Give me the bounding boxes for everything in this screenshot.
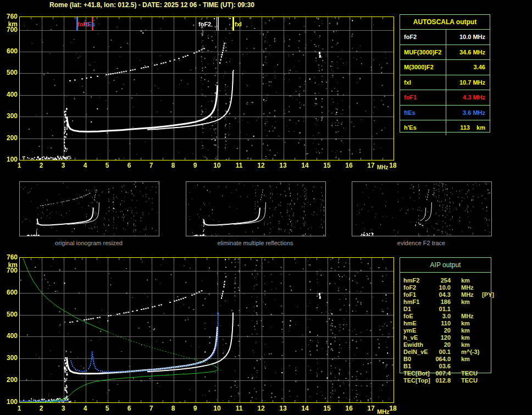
autoscala-row-label: foF1 <box>400 94 446 101</box>
aip-row-unit: km <box>461 320 481 327</box>
aip-row-val: 186 <box>432 298 451 306</box>
aip-row-unit: km <box>461 298 481 306</box>
x-tick-label: 8 <box>167 162 180 169</box>
x-tick-label: 11 <box>232 405 246 412</box>
aip-row-lab: TEC[Bot] <box>400 370 432 377</box>
thumbnail-original-caption: original ionogram resized <box>19 240 158 246</box>
thumbnail-original-canvas <box>19 181 159 236</box>
aip-row-unit <box>461 306 481 313</box>
aip-output-table: AIP output hmF2254kmfoF210.0MHzfoF104.3M… <box>400 257 491 373</box>
x-tick-label: 3 <box>57 405 70 412</box>
aip-row-note: [PY] <box>482 291 494 298</box>
aip-row-foF2: foF210.0MHz <box>400 284 491 291</box>
autoscala-row-label: ftEs <box>400 109 446 116</box>
thumbnail-eliminate-reflections: eliminate multiple reflections <box>186 181 326 246</box>
thumbnail-eliminate-caption: eliminate multiple reflections <box>186 240 325 246</box>
x-tick-label: 6 <box>123 405 136 412</box>
aip-row-unit: km <box>461 341 481 348</box>
y-tick-label: 400 <box>0 332 18 340</box>
thumbnail-eliminate-canvas <box>186 181 326 236</box>
aip-row-unit: km <box>461 334 481 341</box>
autoscala-row-ftEs: ftEs3.6 MHz <box>400 106 490 121</box>
aip-row-val: 20 <box>432 327 451 334</box>
aip-row-D1: D101.1 <box>400 306 491 313</box>
aip-row-ymE: ymE20km <box>400 327 491 334</box>
x-tick-label: 17 <box>364 162 378 169</box>
x-tick-label: 13 <box>276 162 290 169</box>
aip-row-DelN_vE: DelN_vE00.1m^(-3) <box>400 348 491 356</box>
x-tick-label: 2 <box>35 162 48 169</box>
x-tick-label: 10 <box>210 162 224 169</box>
aip-row-unit: km <box>461 327 481 334</box>
x-tick-label: 5 <box>101 405 114 412</box>
y-tick-label: 300 <box>0 354 18 362</box>
autoscala-row-label: M(3000)F2 <box>400 64 446 70</box>
autoscala-row-label: h'Es <box>400 124 446 131</box>
aip-row-lab: foF2 <box>400 284 432 291</box>
fxI-marker-label: fxI <box>235 21 242 27</box>
thumbnail-original-ionogram: original ionogram resized <box>19 181 159 246</box>
x-tick-label: 17 <box>364 405 378 412</box>
autoscala-row-value: 4.3 MHz <box>446 90 490 105</box>
aip-row-lab: B0 <box>400 356 432 363</box>
aip-row-lab: ymE <box>400 327 432 334</box>
aip-row-foF1: foF104.3MHz[PY] <box>400 291 491 298</box>
aip-row-unit: km <box>461 277 481 284</box>
x-tick-label: 15 <box>320 405 334 412</box>
x-tick-label: 3 <box>57 162 70 169</box>
aip-row-unit: TECU <box>461 377 481 384</box>
autoscala-row-value: 3.6 MHz <box>446 106 490 120</box>
thumbnail-evidence-caption: evidence F2 trace <box>352 240 491 246</box>
x-tick-label: 5 <box>101 162 114 169</box>
aip-row-val: 20 <box>432 341 451 348</box>
aip-row-Ewidth: Ewidth20km <box>400 341 491 348</box>
aip-row-lab: DelN_vE <box>400 348 432 356</box>
autoscala-row-label: fxI <box>400 79 446 86</box>
x-tick-label: 8 <box>167 405 180 412</box>
autoscala-output-table: AUTOSCALA output foF210.0 MHzMUF(3000)F2… <box>400 14 490 132</box>
aip-row-h_vE: h_vE120km <box>400 334 491 341</box>
aip-row-val: 012.8 <box>432 377 451 384</box>
autoscala-row-foF2: foF210.0 MHz <box>400 30 490 45</box>
aip-row-unit: m^(-3) <box>461 348 481 356</box>
x-tick-label: 18 <box>386 162 400 169</box>
autoscala-output-screen: Rome (lat: +41.8, lon: 012.5) - DATE: 20… <box>0 0 532 415</box>
top-plot-x-unit: MHz <box>377 164 389 170</box>
aip-row-lab: foF1 <box>400 291 432 298</box>
autoscala-row-value: 34.6 MHz <box>446 45 490 60</box>
aip-row-val: 10.0 <box>432 284 451 291</box>
x-tick-label: 12 <box>254 162 268 169</box>
y-tick-label: 500 <box>0 69 18 76</box>
autoscala-row-value: 10.7 MHz <box>446 75 490 90</box>
y-tick-label: 760 <box>0 253 18 261</box>
bottom-ionogram-plot <box>19 257 394 403</box>
x-tick-label: 16 <box>342 405 356 412</box>
x-tick-label: 9 <box>189 405 202 412</box>
x-tick-label: 9 <box>189 162 202 169</box>
x-tick-label: 4 <box>79 405 92 412</box>
y-tick-label: 700 <box>0 26 18 34</box>
x-tick-label: 14 <box>298 405 312 412</box>
aip-table-title: AIP output <box>400 258 491 273</box>
aip-row-val: 04.3 <box>432 291 451 298</box>
y-tick-label: 300 <box>0 112 18 120</box>
x-tick-label: 4 <box>79 162 92 169</box>
x-tick-label: 13 <box>276 405 290 412</box>
x-tick-label: 11 <box>232 162 246 169</box>
aip-row-foE: foE3.0MHz <box>400 313 491 320</box>
aip-row-val: 007.4 <box>432 370 451 377</box>
autoscala-row-h'Es: h'Es113 km <box>400 120 490 135</box>
aip-row-val: 110 <box>432 320 451 327</box>
y-tick-label: 400 <box>0 91 18 98</box>
aip-row-val: 254 <box>432 277 451 284</box>
autoscala-row-foF1: foF14.3 MHz <box>400 90 490 106</box>
aip-row-val: 3.0 <box>432 313 451 320</box>
aip-row-lab: B1 <box>400 363 432 370</box>
y-tick-label: 200 <box>0 134 18 142</box>
y-tick-label: 500 <box>0 311 18 318</box>
autoscala-row-value: 10.0 MHz <box>446 30 490 45</box>
x-tick-label: 1 <box>13 405 26 412</box>
aip-table-rows: hmF2254kmfoF210.0MHzfoF104.3MHz[PY]hmF11… <box>400 273 491 384</box>
aip-row-val: 120 <box>432 334 451 341</box>
autoscala-row-label: foF2 <box>400 34 446 40</box>
